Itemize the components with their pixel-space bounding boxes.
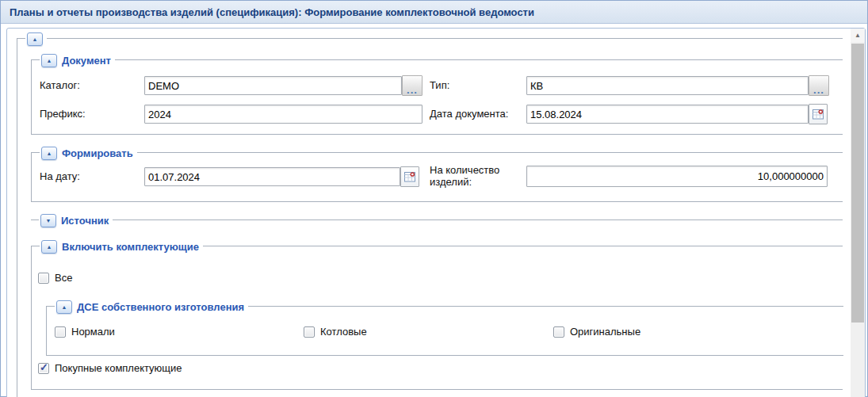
fieldset-generate-title: Формировать bbox=[62, 147, 133, 159]
fieldset-dse-legend: ▲ ДСЕ собственного изготовления bbox=[55, 300, 248, 314]
fieldset-include-legend: ▲ Включить комплектующие bbox=[40, 239, 203, 254]
catalog-label: Каталог: bbox=[40, 76, 80, 95]
checkbox-kotlovye-label: Котловые bbox=[320, 326, 367, 338]
doc-date-input[interactable] bbox=[526, 105, 809, 124]
on-date-input[interactable] bbox=[144, 167, 400, 186]
checkbox-kotlovye[interactable]: ✓ bbox=[304, 326, 315, 338]
collapse-button-source[interactable]: ▼ bbox=[40, 214, 56, 227]
collapse-down-icon: ▼ bbox=[46, 218, 52, 223]
checkbox-purchased[interactable]: ✓ bbox=[38, 363, 49, 374]
checkbox-originalnye-label: Оригинальные bbox=[570, 326, 640, 338]
on-date-label: На дату: bbox=[40, 167, 80, 186]
fieldset-generate-legend: ▲ Формировать bbox=[40, 146, 137, 160]
collapse-up-icon: ▲ bbox=[47, 244, 52, 250]
collapse-up-icon: ▲ bbox=[62, 304, 67, 310]
collapse-button-document[interactable]: ▲ bbox=[41, 54, 57, 67]
doc-date-label: Дата документа: bbox=[430, 105, 508, 124]
checkbox-normali-label: Нормали bbox=[71, 326, 115, 338]
ellipsis-icon: ... bbox=[813, 87, 824, 94]
type-lookup-button[interactable]: ... bbox=[809, 75, 829, 96]
content-area: ▲ ▲ Документ Каталог: ... Тип: bbox=[1, 25, 867, 396]
quantity-label: На количество изделий: bbox=[430, 164, 518, 188]
outer-group-legend: ▲ bbox=[25, 32, 47, 46]
fieldset-include-title: Включить комплектующие bbox=[62, 241, 199, 253]
calendar-icon bbox=[404, 171, 415, 182]
checkbox-originalnye[interactable]: ✓ bbox=[553, 326, 564, 338]
check-icon: ✓ bbox=[40, 361, 48, 373]
calendar-icon bbox=[813, 109, 824, 120]
fieldset-dse-title: ДСЕ собственного изготовления bbox=[77, 301, 244, 313]
catalog-input[interactable] bbox=[144, 76, 402, 95]
collapse-up-icon: ▲ bbox=[33, 36, 38, 42]
collapse-button-dse[interactable]: ▲ bbox=[56, 300, 72, 314]
checkbox-purchased-label: Покупные комплектующие bbox=[55, 362, 182, 375]
collapse-up-icon: ▲ bbox=[47, 151, 52, 156]
checkbox-normali[interactable]: ✓ bbox=[55, 326, 66, 338]
vertical-scrollbar[interactable]: ▲ bbox=[851, 29, 865, 397]
window-title: Планы и отчеты производства изделий (спе… bbox=[10, 6, 534, 18]
fieldset-document: ▲ Документ Каталог: ... Тип: ... Префикс… bbox=[31, 59, 843, 135]
collapse-button-include[interactable]: ▲ bbox=[41, 240, 57, 254]
scroll-up-icon: ▲ bbox=[855, 32, 861, 39]
type-input[interactable] bbox=[526, 76, 809, 95]
window: Планы и отчеты производства изделий (спе… bbox=[0, 0, 868, 397]
collapse-button-main[interactable]: ▲ bbox=[27, 32, 43, 46]
collapse-up-icon: ▲ bbox=[47, 58, 52, 63]
fieldset-include: ▲ Включить комплектующие ✓ Все ▲ ДСЕ соб… bbox=[31, 246, 843, 390]
window-titlebar: Планы и отчеты производства изделий (спе… bbox=[1, 1, 867, 24]
prefix-label: Префикс: bbox=[40, 105, 86, 124]
catalog-lookup-button[interactable]: ... bbox=[402, 75, 423, 96]
fieldset-source-title: Источник bbox=[61, 215, 109, 227]
fieldset-document-title: Документ bbox=[62, 55, 111, 67]
checkbox-all-label: Все bbox=[55, 272, 72, 284]
fieldset-source-legend: ▼ Источник bbox=[39, 213, 113, 227]
checkbox-all[interactable]: ✓ bbox=[38, 273, 49, 284]
doc-date-calendar-button[interactable] bbox=[809, 104, 828, 124]
quantity-input[interactable] bbox=[526, 166, 828, 187]
scroll-up-button[interactable]: ▲ bbox=[851, 29, 865, 42]
ellipsis-icon: ... bbox=[407, 87, 418, 94]
on-date-calendar-button[interactable] bbox=[400, 166, 419, 187]
type-label: Тип: bbox=[430, 76, 449, 95]
form-panel: ▲ ▲ Документ Каталог: ... Тип: bbox=[6, 28, 866, 397]
scrollbar-thumb[interactable] bbox=[851, 44, 864, 323]
fieldset-source: ▼ Источник bbox=[31, 219, 843, 220]
fieldset-document-legend: ▲ Документ bbox=[40, 53, 115, 67]
prefix-input[interactable] bbox=[144, 105, 423, 124]
collapse-button-generate[interactable]: ▲ bbox=[41, 147, 57, 160]
fieldset-generate: ▲ Формировать На дату: На bbox=[31, 152, 843, 202]
fieldset-dse: ▲ ДСЕ собственного изготовления ✓ Нормал… bbox=[46, 306, 843, 356]
